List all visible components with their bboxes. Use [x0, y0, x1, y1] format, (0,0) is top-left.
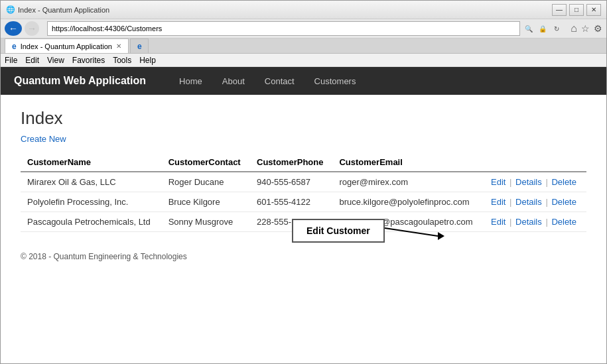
nav-home[interactable]: Home [179, 76, 202, 86]
address-bar: 🔍 🔒 ↻ [47, 21, 563, 36]
delete-link-2[interactable]: Delete [551, 197, 576, 207]
maximize-button[interactable]: □ [569, 4, 584, 16]
favorites-icon[interactable]: ☆ [581, 23, 590, 34]
customer-actions-1: Edit | Details | Delete [484, 172, 586, 192]
tab-close-button[interactable]: ✕ [116, 42, 121, 50]
url-input[interactable] [47, 21, 520, 36]
page-title: Index [21, 108, 586, 129]
search-icon[interactable]: 🔍 [523, 23, 535, 34]
address-bar-row: ← → 🔍 🔒 ↻ ⌂ ☆ ⚙ [1, 19, 606, 38]
active-tab-label: Index - Quantum Application [21, 42, 112, 50]
menu-favorites[interactable]: Favorites [72, 56, 105, 65]
customer-name-3: Pascagoula Petrochemicals, Ltd [21, 212, 162, 232]
customer-name-2: Polyolefin Processing, Inc. [21, 192, 162, 212]
menu-edit[interactable]: Edit [25, 56, 39, 65]
nav-customers[interactable]: Customers [314, 76, 356, 86]
col-actions [484, 153, 586, 172]
window-title: Index - Quantum Application [18, 6, 109, 14]
tab-row: e Index - Quantum Application ✕ e [1, 38, 606, 54]
callout-annotation: Edit Customer [292, 219, 444, 243]
footer-text: © 2018 - Quantum Engineering & Technolog… [21, 252, 187, 261]
table-row: Mirarex Oil & Gas, LLC Roger Ducane 940-… [21, 172, 586, 192]
customer-phone-2: 601-555-4122 [250, 192, 332, 212]
active-tab[interactable]: e Index - Quantum Application ✕ [5, 38, 129, 53]
customers-table: CustomerName CustomerContact CustomerPho… [21, 153, 586, 232]
main-content: Index Create New CustomerName CustomerCo… [1, 95, 606, 363]
svg-line-0 [385, 228, 438, 236]
svg-marker-1 [438, 232, 444, 240]
tab2-browser-icon: e [137, 42, 142, 51]
header-row: CustomerName CustomerContact CustomerPho… [21, 153, 586, 172]
edit-link-1[interactable]: Edit [491, 177, 506, 187]
tab-favicon: 🌐 [6, 5, 15, 14]
customer-phone-1: 940-555-6587 [250, 172, 332, 192]
col-phone: CustomerPhone [250, 153, 332, 172]
delete-link-1[interactable]: Delete [551, 177, 576, 187]
edit-link-3[interactable]: Edit [491, 217, 506, 227]
home-icon[interactable]: ⌂ [571, 23, 577, 34]
lock-icon: 🔒 [537, 23, 549, 34]
col-email: CustomerEmail [332, 153, 484, 172]
nav-contact[interactable]: Contact [265, 76, 295, 86]
details-link-3[interactable]: Details [515, 217, 542, 227]
delete-link-3[interactable]: Delete [551, 217, 576, 227]
callout-box: Edit Customer [292, 219, 385, 243]
tab-browser-icon: e [12, 42, 17, 51]
browser-window: 🌐 Index - Quantum Application — □ ✕ ← → … [0, 0, 607, 364]
table-header: CustomerName CustomerContact CustomerPho… [21, 153, 586, 172]
menu-help[interactable]: Help [139, 56, 156, 65]
app-brand: Quantum Web Application [14, 75, 146, 87]
url-icons: 🔍 🔒 ↻ [523, 23, 563, 34]
customer-actions-3: Edit | Details | Delete Edit Customer [484, 212, 586, 232]
edit-link-2[interactable]: Edit [491, 197, 506, 207]
callout-label: Edit Customer [306, 225, 370, 236]
title-bar: 🌐 Index - Quantum Application — □ ✕ [1, 1, 606, 19]
customer-name-1: Mirarex Oil & Gas, LLC [21, 172, 162, 192]
menu-bar: File Edit View Favorites Tools Help [1, 54, 606, 67]
browser-toolbar-right: ⌂ ☆ ⚙ [571, 23, 602, 34]
table-body: Mirarex Oil & Gas, LLC Roger Ducane 940-… [21, 172, 586, 232]
customer-actions-2: Edit | Details | Delete [484, 192, 586, 212]
settings-icon[interactable]: ⚙ [594, 23, 602, 34]
minimize-button[interactable]: — [552, 4, 567, 16]
menu-file[interactable]: File [5, 56, 17, 65]
details-link-2[interactable]: Details [515, 197, 542, 207]
col-name: CustomerName [21, 153, 162, 172]
back-button[interactable]: ← [5, 21, 22, 36]
menu-view[interactable]: View [47, 56, 64, 65]
details-link-1[interactable]: Details [515, 177, 542, 187]
table-row: Polyolefin Processing, Inc. Bruce Kilgor… [21, 192, 586, 212]
title-bar-left: 🌐 Index - Quantum Application [6, 5, 109, 14]
footer: © 2018 - Quantum Engineering & Technolog… [21, 245, 586, 261]
nav-about[interactable]: About [222, 76, 245, 86]
customer-email-2: bruce.kilgore@polyolefinproc.com [332, 192, 484, 212]
customer-contact-1: Roger Ducane [162, 172, 250, 192]
inactive-tab[interactable]: e [130, 38, 149, 53]
col-contact: CustomerContact [162, 153, 250, 172]
customer-email-1: roger@mirex.com [332, 172, 484, 192]
customer-contact-3: Sonny Musgrove [162, 212, 250, 232]
create-new-link[interactable]: Create New [21, 134, 586, 144]
refresh-icon[interactable]: ↻ [551, 23, 563, 34]
customer-contact-2: Bruce Kilgore [162, 192, 250, 212]
table-row: Pascagoula Petrochemicals, Ltd Sonny Mus… [21, 212, 586, 232]
forward-button[interactable]: → [25, 21, 39, 36]
close-button[interactable]: ✕ [586, 4, 601, 16]
callout-arrow [385, 221, 444, 240]
menu-tools[interactable]: Tools [113, 56, 131, 65]
window-controls: — □ ✕ [552, 4, 601, 16]
app-navbar: Quantum Web Application Home About Conta… [1, 67, 606, 95]
